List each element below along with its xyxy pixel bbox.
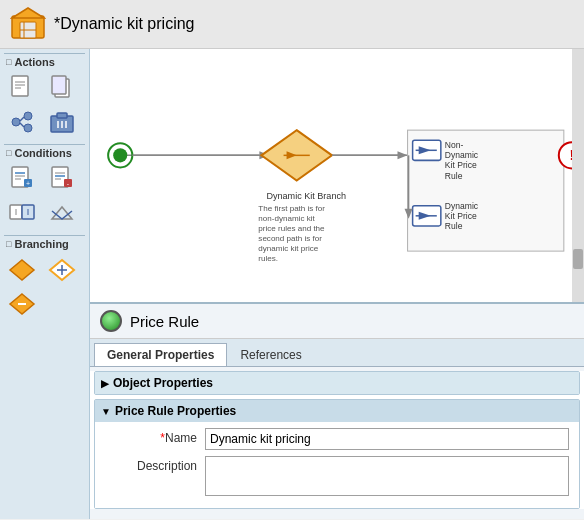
svg-point-12	[24, 112, 32, 120]
sidebar-branching-label: Branching	[14, 238, 68, 250]
svg-text:dynamic kit price: dynamic kit price	[258, 244, 318, 253]
sidebar-conditions-header[interactable]: □ Conditions	[4, 144, 85, 161]
name-input[interactable]	[205, 428, 569, 450]
sidebar-actions-label: Actions	[14, 56, 54, 68]
actions-expand-icon: □	[6, 57, 11, 67]
sidebar-section-branching: □ Branching	[4, 235, 85, 322]
sidebar-item-action-3[interactable]	[6, 106, 38, 138]
svg-text:Non-: Non-	[445, 140, 464, 150]
branching-expand-icon: □	[6, 239, 11, 249]
name-field-row: *Name	[105, 428, 569, 450]
svg-text:second path is for: second path is for	[258, 234, 322, 243]
sidebar-conditions-label: Conditions	[14, 147, 71, 159]
main-container: □ Actions □ Cond	[0, 49, 584, 519]
scroll-thumb[interactable]	[573, 249, 583, 269]
svg-rect-10	[52, 76, 66, 94]
sidebar-actions-grid	[4, 70, 85, 140]
sidebar-item-cond-3[interactable]	[6, 197, 38, 229]
content-area: ! Dynamic Kit Branch The first path is f…	[90, 49, 584, 519]
price-rule-properties-header[interactable]: ▼ Price Rule Properties	[95, 400, 579, 422]
sidebar-item-cond-2[interactable]: -	[46, 163, 78, 195]
object-properties-label: Object Properties	[113, 376, 213, 390]
svg-marker-52	[397, 151, 407, 159]
object-props-toggle-icon: ▶	[101, 378, 109, 389]
name-required-asterisk: *	[160, 431, 165, 445]
sidebar-conditions-grid: + -	[4, 161, 85, 231]
sidebar-item-action-1[interactable]	[6, 72, 38, 104]
svg-text:Dynamic: Dynamic	[445, 150, 479, 160]
workflow-diagram: ! Dynamic Kit Branch The first path is f…	[90, 49, 584, 302]
scrollbar[interactable]	[572, 49, 584, 302]
svg-point-45	[113, 148, 127, 162]
svg-text:Dynamic: Dynamic	[445, 201, 479, 211]
sidebar-section-actions: □ Actions	[4, 53, 85, 140]
svg-marker-1	[12, 8, 44, 18]
price-rule-props-toggle-icon: ▼	[101, 406, 111, 417]
svg-point-13	[24, 124, 32, 132]
sidebar-branching-grid	[4, 252, 85, 322]
panel-title: Price Rule	[130, 313, 199, 330]
sidebar-item-cond-1[interactable]: +	[6, 163, 38, 195]
sidebar-section-conditions: □ Conditions + -	[4, 144, 85, 231]
name-field-label: *Name	[105, 428, 205, 445]
app-icon	[10, 6, 46, 42]
tab-general[interactable]: General Properties	[94, 343, 227, 366]
sidebar-item-branch-2[interactable]	[46, 254, 78, 286]
panel-header: Price Rule	[90, 304, 584, 339]
price-rule-properties-body: *Name Description	[95, 422, 579, 508]
svg-rect-5	[12, 76, 28, 96]
page-title: *Dynamic kit pricing	[54, 15, 194, 33]
svg-text:Rule: Rule	[445, 221, 463, 231]
conditions-expand-icon: □	[6, 148, 11, 158]
svg-text:Rule: Rule	[445, 171, 463, 181]
description-textarea[interactable]	[205, 456, 569, 496]
tab-references[interactable]: References	[227, 343, 314, 366]
sidebar-item-cond-4[interactable]	[46, 197, 78, 229]
properties-area: ▶ Object Properties ▼ Price Rule Propert…	[90, 371, 584, 509]
svg-text:The first path is for: The first path is for	[258, 204, 325, 213]
svg-line-15	[20, 123, 24, 127]
sidebar-item-action-4[interactable]	[46, 106, 78, 138]
sidebar-item-branch-1[interactable]	[6, 254, 38, 286]
app-header: *Dynamic kit pricing	[0, 0, 584, 49]
svg-text:non-dynamic kit: non-dynamic kit	[258, 214, 315, 223]
description-field-row: Description	[105, 456, 569, 496]
sidebar-actions-header[interactable]: □ Actions	[4, 53, 85, 70]
svg-text:Kit Price: Kit Price	[445, 160, 477, 170]
tabs-container: General Properties References	[90, 339, 584, 367]
svg-text:price rules and the: price rules and the	[258, 224, 325, 233]
svg-line-14	[20, 117, 24, 121]
svg-text:+: +	[26, 180, 30, 187]
price-rule-properties-label: Price Rule Properties	[115, 404, 236, 418]
object-properties-section: ▶ Object Properties	[94, 371, 580, 395]
price-rule-properties-section: ▼ Price Rule Properties *Name	[94, 399, 580, 509]
svg-marker-37	[10, 260, 34, 280]
sidebar-item-action-2[interactable]	[46, 72, 78, 104]
bottom-panel: Price Rule General Properties References…	[90, 304, 584, 519]
svg-text:rules.: rules.	[258, 254, 278, 263]
svg-point-11	[12, 118, 20, 126]
price-rule-icon	[100, 310, 122, 332]
sidebar-branching-header[interactable]: □ Branching	[4, 235, 85, 252]
sidebar-item-branch-3[interactable]	[6, 288, 38, 320]
svg-rect-17	[57, 113, 67, 118]
object-properties-header[interactable]: ▶ Object Properties	[95, 372, 579, 394]
sidebar: □ Actions □ Cond	[0, 49, 90, 519]
description-field-label: Description	[105, 456, 205, 473]
workflow-canvas[interactable]: ! Dynamic Kit Branch The first path is f…	[90, 49, 584, 304]
svg-text:Dynamic Kit Branch: Dynamic Kit Branch	[266, 191, 346, 201]
svg-text:Kit Price: Kit Price	[445, 211, 477, 221]
